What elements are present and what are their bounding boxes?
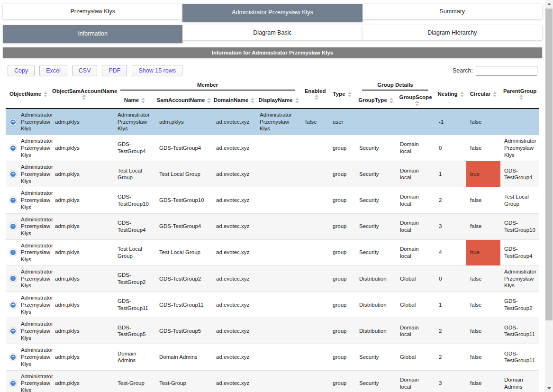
- cell-groupscope: Global: [396, 265, 435, 292]
- objectname-text: Administrator Przemysław Kłys: [21, 137, 53, 158]
- search-container: Search:: [453, 66, 537, 76]
- cell-samaccountname: GDS-TestGroup5: [155, 318, 212, 344]
- header-objectname[interactable]: ObjectName: [6, 80, 51, 109]
- cell-name: GDS-TestGroup11: [114, 292, 155, 318]
- cell-type: group: [329, 318, 355, 344]
- sort-icon: [141, 98, 145, 103]
- cell-enabled: [301, 187, 329, 213]
- table-row[interactable]: +Administrator Przemysław Kłysadm.pklysG…: [6, 213, 539, 239]
- cell-objectsamaccountname: adm.pklys: [51, 239, 114, 265]
- table-row[interactable]: +Administrator Przemysław Kłysadm.pklysG…: [6, 135, 539, 161]
- cell-displayname: [256, 213, 301, 239]
- pdf-button[interactable]: PDF: [102, 65, 127, 76]
- cell-domainname: ad.evotec.xyz: [212, 213, 256, 239]
- cell-type: group: [329, 187, 355, 213]
- cell-samaccountname: GDS-TestGroup4: [155, 213, 212, 239]
- scroll-up-icon[interactable]: [545, 0, 553, 8]
- table-row[interactable]: +Administrator Przemysław Kłysadm.pklysT…: [6, 370, 539, 392]
- cell-grouptype: Security: [355, 344, 396, 370]
- cell-type: group: [329, 292, 355, 318]
- cell-name: Domain Admins: [114, 344, 155, 370]
- cell-grouptype: Security: [355, 239, 396, 265]
- header-group-member: Member: [114, 80, 301, 92]
- cell-name: GDS-TestGroup2: [114, 265, 155, 292]
- cell-samaccountname: Domain Admins: [155, 344, 212, 370]
- table-row[interactable]: +Administrator Przemysław Kłysadm.pklysG…: [6, 318, 539, 344]
- cell-enabled: [301, 292, 329, 318]
- table-row[interactable]: +Administrator Przemysław Kłysadm.pklysD…: [6, 344, 539, 370]
- objectname-text: Administrator Przemysław Kłys: [21, 268, 53, 289]
- cell-circular: false: [466, 344, 500, 370]
- header-grouptype[interactable]: GroupType: [355, 92, 396, 109]
- expand-row-icon[interactable]: +: [9, 119, 17, 126]
- cell-parentgroup: Domain Admins: [500, 370, 539, 392]
- cell-enabled: [301, 135, 329, 161]
- expand-row-icon[interactable]: +: [9, 171, 17, 178]
- cell-parentgroup: GDS-TestGroup4: [500, 239, 539, 265]
- cell-grouptype: Security: [355, 187, 396, 213]
- expand-row-icon[interactable]: +: [9, 275, 17, 282]
- excel-button[interactable]: Excel: [39, 65, 67, 76]
- show-rows-button[interactable]: Show 15 rows: [132, 65, 182, 76]
- cell-domainname: ad.evotec.xyz: [212, 370, 256, 392]
- objectname-text: Administrator Przemysław Kłys: [21, 320, 53, 341]
- section-title: Information for Administrator Przemysław…: [3, 47, 542, 58]
- tab-administrator-przemyslaw-klys[interactable]: Administrator Przemysław Kłys: [182, 4, 362, 22]
- vertical-scrollbar[interactable]: [545, 0, 553, 392]
- expand-row-icon[interactable]: +: [9, 328, 17, 335]
- tab-summary[interactable]: Summary: [363, 4, 542, 19]
- scroll-down-icon[interactable]: [545, 384, 553, 392]
- header-domainname[interactable]: DomainName: [212, 92, 256, 109]
- copy-button[interactable]: Copy: [8, 65, 35, 76]
- cell-objectname: +Administrator Przemysław Kłys: [6, 135, 51, 161]
- expand-row-icon[interactable]: +: [9, 249, 17, 256]
- expand-row-icon[interactable]: +: [9, 145, 17, 152]
- table-row[interactable]: +Administrator Przemysław Kłysadm.pklysT…: [6, 161, 539, 187]
- header-parentgroup[interactable]: ParentGroup: [500, 80, 539, 109]
- header-circular[interactable]: Circular: [466, 80, 500, 109]
- header-displayname[interactable]: DisplayName: [256, 92, 301, 109]
- cell-displayname: [256, 344, 301, 370]
- cell-displayname: [256, 370, 301, 392]
- cell-circular: false: [466, 109, 500, 135]
- header-samaccountname[interactable]: SamAccountName: [155, 92, 212, 109]
- cell-groupscope: Global: [396, 344, 435, 370]
- expand-row-icon[interactable]: +: [9, 301, 17, 309]
- table-row[interactable]: +Administrator Przemysław Kłysadm.pklysA…: [6, 109, 539, 135]
- table-row[interactable]: +Administrator Przemysław Kłysadm.pklysG…: [6, 187, 539, 213]
- header-type[interactable]: Type: [329, 80, 355, 109]
- table-row[interactable]: +Administrator Przemysław Kłysadm.pklysG…: [6, 292, 539, 318]
- cell-samaccountname: GDS-TestGroup11: [155, 292, 212, 318]
- cell-displayname: [256, 187, 301, 213]
- cell-circular: false: [466, 135, 500, 161]
- header-objectsamaccountname[interactable]: ObjectSamAccountName: [51, 80, 114, 109]
- cell-name: GDS-TestGroup4: [114, 135, 155, 161]
- header-enabled[interactable]: Enabled: [301, 80, 329, 109]
- expand-row-icon[interactable]: +: [9, 223, 17, 230]
- table-row[interactable]: +Administrator Przemysław Kłysadm.pklysG…: [6, 265, 539, 292]
- scrollbar-thumb[interactable]: [545, 9, 553, 320]
- csv-button[interactable]: CSV: [72, 65, 98, 76]
- tab-przemyslaw-klys[interactable]: Przemysław Kłys: [3, 4, 182, 19]
- header-nesting[interactable]: Nesting: [435, 80, 466, 109]
- tab-diagram-basic[interactable]: Diagram Basic: [182, 25, 362, 40]
- table-row[interactable]: +Administrator Przemysław Kłysadm.pklysT…: [6, 239, 539, 265]
- cell-groupscope: Domain local: [396, 318, 435, 344]
- cell-grouptype: Security: [355, 161, 396, 187]
- tab-diagram-hierarchy[interactable]: Diagram Hierarchy: [363, 25, 542, 40]
- tab-information[interactable]: Information: [3, 25, 182, 43]
- expand-row-icon[interactable]: +: [9, 354, 17, 361]
- expand-row-icon[interactable]: +: [9, 380, 17, 387]
- secondary-tab-bar: Information Diagram Basic Diagram Hierar…: [3, 25, 542, 43]
- cell-objectname: +Administrator Przemysław Kłys: [6, 318, 51, 344]
- sort-icon: [519, 94, 523, 100]
- expand-row-icon[interactable]: +: [9, 197, 17, 204]
- header-groupscope[interactable]: GroupScope: [396, 92, 435, 109]
- objectname-text: Administrator Przemysław Kłys: [21, 190, 53, 210]
- cell-name: GDS-TestGroup4: [114, 213, 155, 239]
- search-input[interactable]: [476, 66, 537, 76]
- cell-enabled: [301, 370, 329, 392]
- sort-icon: [44, 91, 47, 97]
- header-name[interactable]: Name: [114, 92, 155, 109]
- sort-icon: [207, 98, 211, 103]
